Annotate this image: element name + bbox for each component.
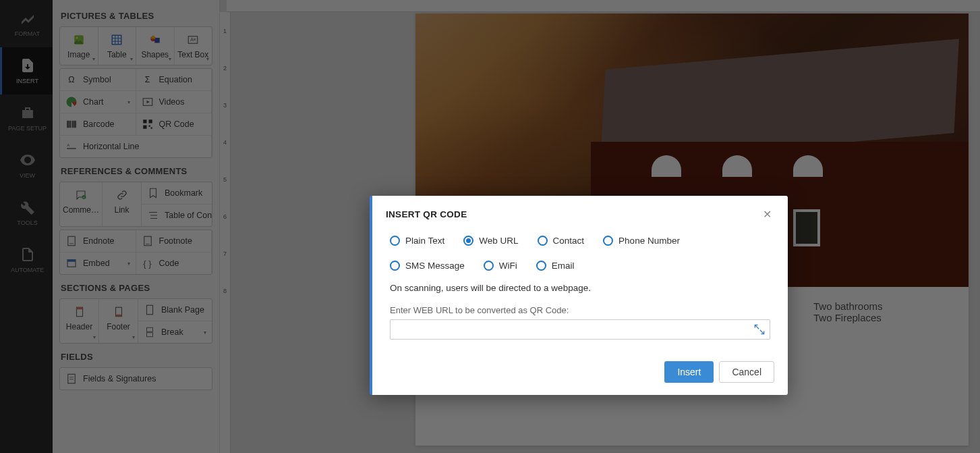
app: FORMAT INSERT PAGE SETUP VIEW TOOLS AUTO… [0,0,980,453]
radio-label: Contact [553,236,585,246]
radio-contact[interactable]: Contact [538,236,585,246]
url-input[interactable] [390,319,770,340]
radio-web-url[interactable]: Web URL [463,236,518,246]
url-field-label: Enter WEB URL to be converted as QR Code… [390,305,770,315]
close-icon[interactable]: ✕ [760,205,774,223]
insert-qr-dialog: INSERT QR CODE ✕ Plain Text Web URL Cont… [370,196,788,395]
expand-icon[interactable] [753,323,766,336]
radio-plain-text[interactable]: Plain Text [390,236,444,246]
insert-button[interactable]: Insert [664,361,714,383]
radio-label: WiFi [499,261,517,271]
url-field-wrap [390,319,770,340]
radio-phone-number[interactable]: Phone Number [603,236,680,246]
dialog-title: INSERT QR CODE [386,209,467,219]
radio-icon [603,236,613,246]
radio-icon [390,261,400,271]
radio-sms-message[interactable]: SMS Message [390,261,465,271]
radio-icon [536,261,546,271]
radio-label: Phone Number [618,236,680,246]
dialog-body: Plain Text Web URL Contact Phone Number … [372,230,788,353]
radio-icon [463,236,473,246]
qr-hint-text: On scanning, users will be directed to a… [390,283,770,293]
radio-label: Plain Text [405,236,444,246]
radio-icon [390,236,400,246]
radio-label: SMS Message [405,261,465,271]
radio-email[interactable]: Email [536,261,575,271]
cancel-button[interactable]: Cancel [719,361,774,383]
dialog-header: INSERT QR CODE ✕ [372,196,788,230]
qr-type-radios: Plain Text Web URL Contact Phone Number … [390,236,770,271]
dialog-footer: Insert Cancel [372,353,788,395]
radio-icon [484,261,494,271]
radio-wifi[interactable]: WiFi [484,261,517,271]
radio-label: Web URL [479,236,518,246]
radio-icon [538,236,548,246]
radio-label: Email [552,261,575,271]
